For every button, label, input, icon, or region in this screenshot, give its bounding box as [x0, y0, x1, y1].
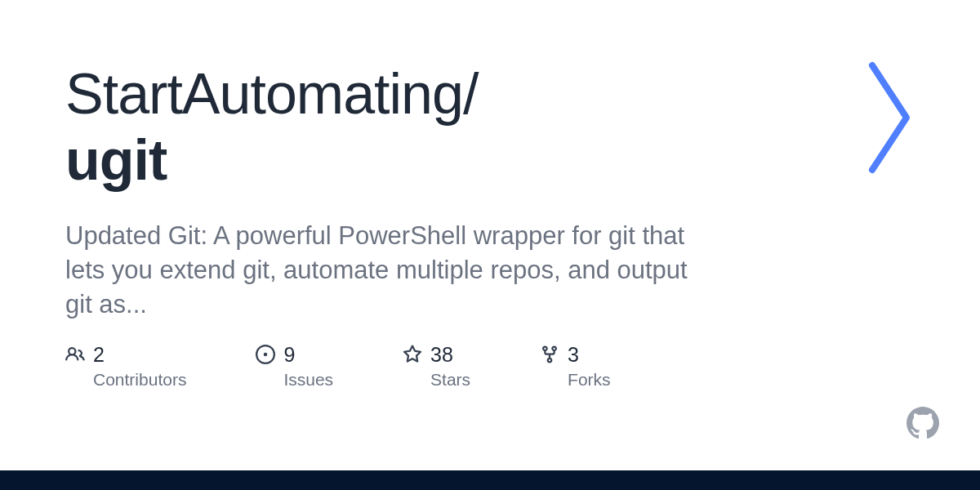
forks-value: 3 — [568, 343, 579, 367]
issues-value: 9 — [283, 343, 295, 367]
star-icon — [403, 345, 422, 364]
repo-description: Updated Git: A powerful PowerShell wrapp… — [65, 219, 702, 322]
repo-owner: StartAutomating/ — [65, 62, 478, 126]
stat-issues: 9 Issues — [256, 343, 333, 390]
repo-card: StartAutomating/ ugit Updated Git: A pow… — [0, 0, 980, 390]
stat-forks: 3 Forks — [540, 343, 611, 390]
stat-contributors: 2 Contributors — [65, 343, 186, 390]
bottom-accent-bar — [0, 470, 980, 490]
issues-label: Issues — [283, 370, 333, 390]
stats-row: 2 Contributors 9 Issues 38 Stars — [65, 343, 915, 390]
stars-value: 38 — [430, 343, 453, 367]
github-logo-icon — [906, 407, 939, 439]
repo-name: ugit — [65, 127, 719, 194]
issue-opened-icon — [256, 345, 275, 364]
contributors-label: Contributors — [93, 370, 186, 390]
repo-forked-icon — [540, 345, 559, 364]
repo-title: StartAutomating/ ugit — [65, 61, 719, 193]
forks-label: Forks — [568, 370, 611, 390]
stars-label: Stars — [430, 370, 470, 390]
contributors-value: 2 — [93, 343, 105, 367]
stat-stars: 38 Stars — [403, 343, 470, 390]
chevron-right-icon — [867, 59, 916, 176]
people-icon — [65, 345, 85, 364]
